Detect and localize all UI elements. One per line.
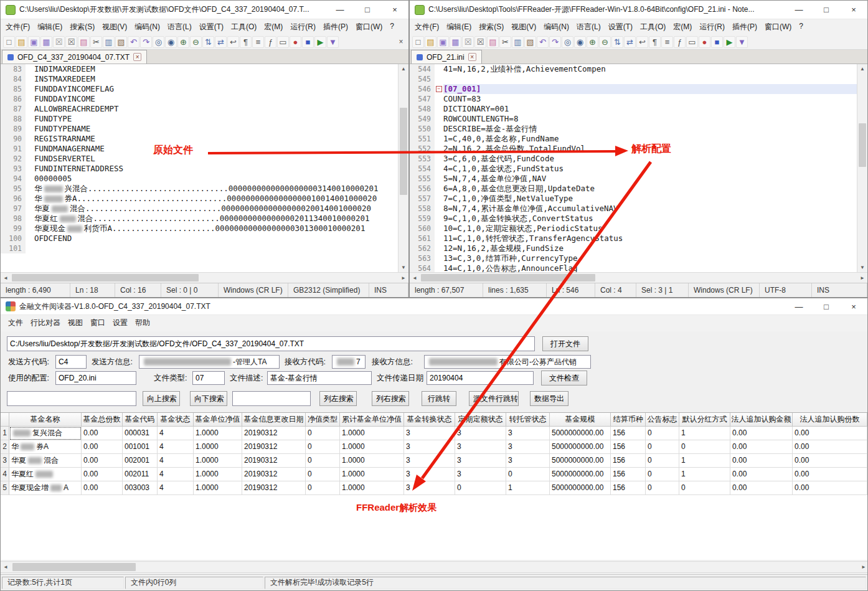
record-macro-icon[interactable]: ●	[290, 36, 301, 48]
tab-close-icon[interactable]: ×	[133, 53, 141, 61]
table-cell[interactable]: 1	[679, 468, 730, 481]
stop-macro-icon[interactable]: ■	[302, 36, 314, 48]
table-cell[interactable]: 000031	[123, 427, 158, 440]
receiver-info-field[interactable]: 有限公司-公募产品代销	[424, 355, 591, 369]
menu-language[interactable]: 语言(L)	[573, 20, 605, 34]
table-cell[interactable]: 0	[646, 481, 679, 495]
menu-help[interactable]: ?	[386, 20, 398, 34]
menu-tools[interactable]: 工具(O)	[227, 20, 260, 34]
table-cell[interactable]: 3	[506, 427, 550, 440]
save-icon[interactable]: ▣	[28, 36, 40, 48]
table-cell[interactable]: 3	[404, 481, 455, 495]
table-cell[interactable]: 0	[646, 454, 679, 468]
show-all-characters-icon[interactable]: ¶	[240, 36, 252, 48]
menu-plugins[interactable]: 插件(P)	[729, 20, 761, 34]
scroll-right-arrow[interactable]: ►	[399, 273, 408, 283]
column-header[interactable]: 基金转换状态	[404, 413, 455, 427]
cut-icon[interactable]: ✂	[499, 36, 511, 48]
search-up-button[interactable]: 向上搜索	[143, 391, 180, 406]
config-used-input[interactable]	[55, 371, 136, 385]
table-cell[interactable]: 002001	[123, 454, 158, 468]
menu-plugins[interactable]: 插件(P)	[319, 20, 352, 34]
table-cell[interactable]: 0.00	[793, 454, 867, 468]
table-cell[interactable]: 5000000000.00	[550, 481, 611, 495]
column-header[interactable]: 基金规模	[550, 413, 611, 427]
table-cell[interactable]: 1	[506, 481, 550, 495]
function-list-icon[interactable]: ƒ	[265, 36, 276, 48]
menu-settings[interactable]: 设置(T)	[605, 20, 636, 34]
table-cell[interactable]: 0	[646, 427, 679, 440]
table-cell[interactable]: 1.0000	[194, 440, 242, 454]
table-cell[interactable]: 002011	[123, 468, 158, 481]
table-cell[interactable]: 1.0000	[194, 468, 242, 481]
table-cell[interactable]: 0.00	[730, 427, 793, 440]
table-cell[interactable]: 0	[455, 481, 506, 495]
editor-text[interactable]: 54441=N,16,2,业绩补偿,AchievementCompen54554…	[410, 64, 857, 272]
table-cell[interactable]: 0	[679, 440, 730, 454]
data-export-button[interactable]: 数据导出	[530, 391, 568, 406]
redo-icon[interactable]: ↷	[140, 36, 152, 48]
fund-name-cell[interactable]: 复兴混合	[9, 427, 82, 440]
table-cell[interactable]: 20190312	[242, 481, 306, 495]
table-cell[interactable]: 1.0000	[340, 427, 404, 440]
save-macro-icon[interactable]: ▼	[327, 36, 339, 48]
table-cell[interactable]: 3	[404, 468, 455, 481]
editor-area[interactable]: 83INDIMAXREDEEM84INSTMAXREDEEM85FUNDDAYI…	[1, 64, 408, 272]
column-search-input[interactable]	[232, 391, 311, 406]
zoom-out-icon[interactable]: ⊖	[599, 36, 611, 48]
table-cell[interactable]: 4	[158, 440, 194, 454]
maximize-button[interactable]: □	[813, 1, 840, 19]
column-header[interactable]: 转托管状态	[506, 413, 550, 427]
table-cell[interactable]: 156	[611, 481, 646, 495]
replace-icon[interactable]: ◉	[165, 36, 177, 48]
table-cell[interactable]: 3	[455, 440, 506, 454]
menu-search[interactable]: 搜索(S)	[475, 20, 507, 34]
check-file-button[interactable]: 文件检查	[541, 371, 587, 385]
vertical-scrollbar[interactable]: ▲ ▼	[398, 64, 408, 272]
table-cell[interactable]: 156	[611, 454, 646, 468]
fund-name-cell[interactable]: 华夏现金增A	[9, 481, 82, 495]
sync-horizontal-icon[interactable]: ⇄	[624, 36, 636, 48]
scroll-down-arrow[interactable]: ▼	[857, 263, 867, 272]
column-header[interactable]: 基金总份数	[82, 413, 123, 427]
close-file-icon[interactable]: ☒	[462, 36, 474, 48]
table-cell[interactable]: 0.00	[793, 468, 867, 481]
search-up-down-input[interactable]	[7, 391, 136, 406]
fund-name-cell[interactable]: 华券A	[9, 440, 82, 454]
save-icon[interactable]: ▣	[437, 36, 449, 48]
menu-macro[interactable]: 宏(M)	[260, 20, 286, 34]
receiver-code-field[interactable]: 7	[332, 355, 366, 369]
table-cell[interactable]: 0	[646, 468, 679, 481]
close-all-icon[interactable]: ☒	[474, 36, 486, 48]
file-desc-input[interactable]	[267, 371, 372, 385]
maximize-button[interactable]: □	[354, 1, 381, 19]
open-file-icon[interactable]: ▤	[425, 36, 436, 48]
table-cell[interactable]: 4	[158, 427, 194, 440]
menu-encoding[interactable]: 编码(N)	[131, 20, 164, 34]
save-all-icon[interactable]: ▦	[40, 36, 52, 48]
table-cell[interactable]: 156	[611, 427, 646, 440]
print-icon[interactable]: ▤	[487, 36, 499, 48]
menu-tools[interactable]: 工具(O)	[636, 20, 669, 34]
table-cell[interactable]: 5000000000.00	[550, 454, 611, 468]
tab-close-icon[interactable]: ×	[468, 53, 476, 61]
menu-window[interactable]: 窗口(W)	[761, 20, 795, 34]
table-cell[interactable]: 1	[679, 427, 730, 440]
title-bar[interactable]: C:\Users\liu\Desktop\开发数据\开发测试数据\OFD文件\O…	[1, 1, 408, 19]
table-cell[interactable]: 0.00	[793, 481, 867, 495]
cut-icon[interactable]: ✂	[90, 36, 102, 48]
table-cell[interactable]: 3	[455, 468, 506, 481]
row-jump-button[interactable]: 行跳转	[422, 391, 456, 406]
ff-menu-window[interactable]: 窗口	[87, 316, 109, 331]
fund-name-cell[interactable]: 华夏红	[9, 468, 82, 481]
table-cell[interactable]: 4	[158, 468, 194, 481]
scrollbar-thumb[interactable]	[421, 274, 595, 281]
sender-code-input[interactable]	[55, 355, 87, 369]
minimize-button[interactable]: —	[785, 1, 813, 19]
zoom-in-icon[interactable]: ⊕	[587, 36, 598, 48]
title-bar[interactable]: 金融文件阅读器-V1.8.0-OFD_C4_337_20190404_07.TX…	[1, 298, 867, 315]
document-map-icon[interactable]: ▭	[686, 36, 698, 48]
zoom-out-icon[interactable]: ⊖	[190, 36, 202, 48]
table-cell[interactable]: 3	[506, 454, 550, 468]
menu-run[interactable]: 运行(R)	[696, 20, 729, 34]
